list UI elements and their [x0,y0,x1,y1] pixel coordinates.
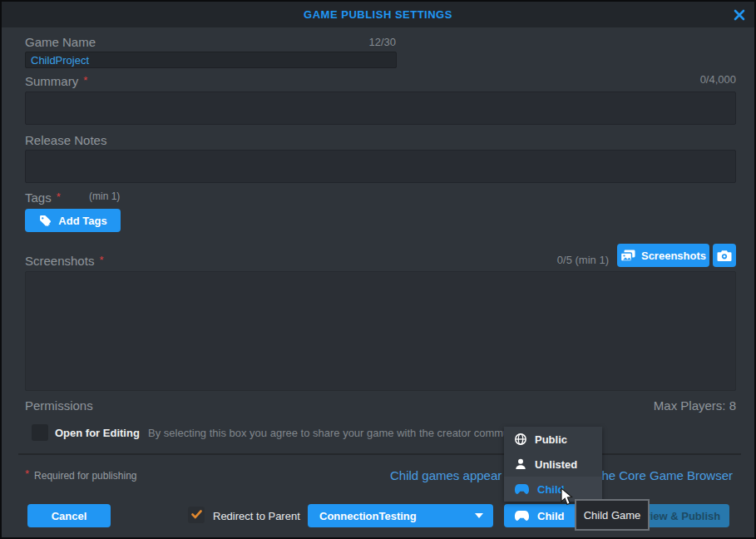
game-publish-settings-dialog: GAME PUBLISH SETTINGS Game Name 12/30 Su… [0,0,756,539]
menu-item-label: Public [535,433,567,446]
max-players-value: Max Players: 8 [25,398,736,413]
camera-icon [717,250,732,262]
screenshots-dropzone[interactable] [25,271,736,391]
menu-item-unlisted[interactable]: Unlisted [504,452,602,477]
summary-counter: 0/4,000 [25,73,736,86]
visibility-value: Child [537,510,565,522]
menu-item-public[interactable]: Public [504,427,602,452]
screenshots-button[interactable]: Screenshots [617,244,709,267]
dialog-title: GAME PUBLISH SETTINGS [2,8,754,21]
summary-textarea[interactable] [25,91,736,125]
chevron-down-icon [475,513,483,518]
open-for-editing-checkbox[interactable] [32,424,48,441]
cancel-button[interactable]: Cancel [27,504,111,527]
open-for-editing-label: Open for Editing [55,427,140,439]
redirect-to-parent-label: Redirect to Parent [213,510,300,522]
check-icon [191,507,202,522]
child-game-tooltip: Child Game [575,499,650,531]
visibility-menu: Public Unlisted Child [504,427,602,502]
parent-game-select[interactable]: ConnectionTesting [308,504,493,527]
redirect-to-parent-checkbox[interactable] [188,507,205,523]
capture-screenshot-button[interactable] [713,244,736,267]
gamepad-icon [514,483,530,495]
game-name-input[interactable] [25,52,397,68]
image-stack-icon [620,250,635,262]
screenshots-counter: 0/5 (min 1) [467,254,609,266]
tags-label: Tags* [25,190,61,205]
tags-min-hint: (min 1) [89,190,120,202]
required-note: *Required for publishing [25,467,136,482]
gamepad-icon [514,510,530,522]
add-tags-button[interactable]: Add Tags [25,209,121,232]
screenshots-label: Screenshots* [25,254,103,268]
tag-plus-icon [38,214,52,228]
child-games-link-left[interactable]: Child games appear [390,468,502,482]
game-name-counter: 12/30 [25,36,396,48]
cancel-button-label: Cancel [52,510,87,522]
globe-icon [514,433,527,446]
dialog-titlebar: GAME PUBLISH SETTINGS [2,2,754,27]
release-notes-label: Release Notes [25,133,106,147]
tooltip-text: Child Game [584,509,641,522]
required-note-asterisk: * [25,467,29,480]
screenshots-button-label: Screenshots [641,250,706,262]
person-icon [514,457,527,471]
screenshots-required-asterisk: * [99,254,103,266]
close-icon[interactable] [731,7,748,23]
child-games-link-right[interactable]: the Core Game Browser [598,468,733,482]
mouse-cursor [561,487,574,510]
editing-agreement-text: By selecting this box you agree to share… [148,427,526,439]
add-tags-label: Add Tags [58,215,106,227]
menu-item-child[interactable]: Child [504,477,602,502]
menu-item-label: Unlisted [535,458,577,471]
release-notes-textarea[interactable] [25,150,736,183]
tags-required-asterisk: * [57,190,61,203]
parent-game-value: ConnectionTesting [319,510,417,522]
footer-divider [18,453,741,455]
